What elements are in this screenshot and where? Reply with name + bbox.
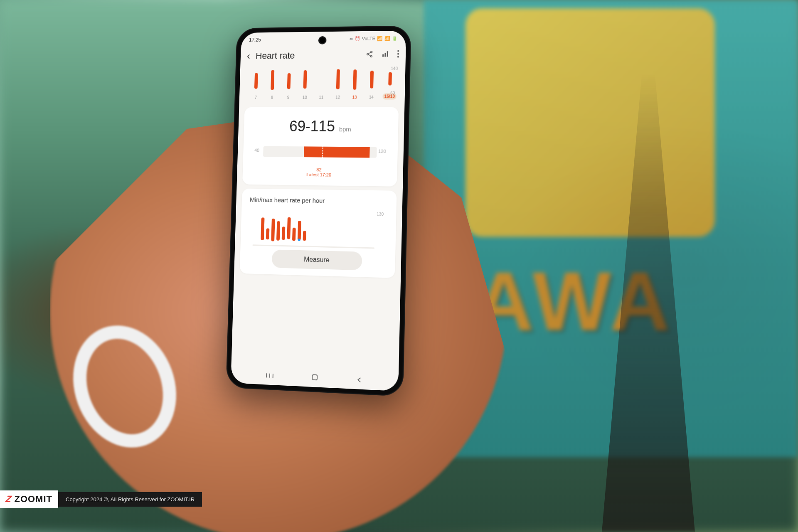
nav-recents-button[interactable] [266,372,274,381]
zoomit-z-icon: Z [5,494,13,505]
app-header: ‹ Heart rate [240,45,406,65]
latest-reading: 82 Latest 17:20 [251,167,389,178]
hourly-chart[interactable]: 130 [249,209,388,249]
measure-button[interactable]: Measure [272,249,362,270]
bpm-range-gauge: 40 120 [251,141,390,167]
page-title: Heart rate [256,50,360,62]
nav-back-button[interactable] [356,376,362,385]
alarm-icon: ⏰ [355,36,360,41]
hourly-range-bar [287,217,291,239]
svg-rect-5 [387,51,388,57]
current-hour-dot [298,239,300,241]
day-column[interactable]: 8 [266,70,278,100]
svg-rect-12 [312,374,317,380]
stats-icon[interactable] [382,50,389,59]
hourly-title: Min/max heart rate per hour [250,196,388,205]
day-column[interactable]: 10 [299,70,311,100]
day-label: 7 [255,95,257,100]
day-column[interactable]: 14 [366,71,377,100]
hourly-range-bar [303,231,306,241]
hourly-heart-rate-card: Min/max heart rate per hour 130 Measure [240,188,397,278]
day-range-bar [353,69,357,90]
volte-icon: VoLTE [362,36,375,41]
day-label: 10 [303,95,307,100]
signal-icon: 📶 [384,36,390,41]
day-column[interactable]: 12 [332,69,344,100]
svg-point-8 [397,56,399,57]
hourly-range-bar [292,228,296,241]
day-label: 8 [271,95,273,100]
bpm-range-value: 69-115 [289,118,335,135]
bpm-unit: bpm [339,126,351,133]
status-time: 17:25 [249,37,261,43]
day-label: 11 [319,95,323,100]
phone-screen: 17:25 ∞ ⏰ VoLTE 📶 📶 🔋 ‹ Heart rate [231,31,406,392]
day-label: 12 [335,95,340,100]
y-tick-high: 140 [391,66,398,71]
share-icon[interactable] [366,50,373,60]
day-column[interactable]: 13 [349,69,361,100]
day-column[interactable]: 7 [251,73,262,100]
day-range-bar [287,74,291,89]
status-icons: ∞ ⏰ VoLTE 📶 📶 🔋 [350,35,398,41]
day-column[interactable]: 9 [283,73,295,99]
daily-chart-y-ticks: 140 60 [390,66,398,96]
day-range-bar [336,69,340,89]
hourly-range-bar [298,221,301,240]
day-label: 13 [352,95,357,100]
day-range-bar [254,73,258,89]
day-label: 9 [287,95,290,100]
day-range-bar [303,70,307,89]
header-actions [366,50,399,60]
daily-heart-rate-chart[interactable]: 789101112131415/10 140 60 [239,64,406,103]
day-column[interactable]: 11 [316,93,327,100]
back-button[interactable]: ‹ [247,50,250,62]
svg-point-0 [371,51,372,53]
wifi-icon: 📶 [377,36,383,41]
hourly-range-bar [276,221,280,241]
more-icon[interactable] [397,50,399,59]
heart-rate-summary-card: 69-115 bpm 40 120 82 Latest 17:20 [242,107,399,187]
battery-icon: 🔋 [392,35,398,41]
gauge-max-label: 120 [378,149,386,154]
phone-frame: 17:25 ∞ ⏰ VoLTE 📶 📶 🔋 ‹ Heart rate [226,25,411,397]
hourly-range-bar [271,219,275,241]
gauge-min-label: 40 [254,148,259,153]
day-label: 14 [369,95,374,100]
zoomit-brand-text: ZOOMIT [14,494,52,505]
hourly-range-bar [266,229,270,240]
hourly-range-bar [261,217,264,240]
svg-point-6 [397,50,399,52]
day-range-bar [271,70,274,90]
svg-point-1 [367,53,369,55]
hourly-range-bar [282,227,286,240]
zoomit-logo: Z ZOOMIT [0,490,58,508]
latest-time-label: Latest 17:20 [306,172,331,177]
bpm-display: 69-115 bpm [252,118,390,135]
watermark: Z ZOOMIT Copyright 2024 ©, All Rights Re… [0,490,202,508]
svg-rect-3 [382,54,384,57]
day-range-bar [370,71,374,89]
svg-point-7 [397,53,399,54]
android-nav-bar [231,365,399,391]
svg-rect-4 [384,52,386,57]
svg-point-2 [371,55,372,57]
nav-home-button[interactable] [311,374,318,383]
gauge-fill [304,146,370,158]
copyright-text: Copyright 2024 ©, All Rights Reserved fo… [58,492,202,507]
y-tick-low: 60 [390,91,397,95]
hourly-y-tick: 130 [377,212,384,217]
link-icon: ∞ [350,36,353,41]
